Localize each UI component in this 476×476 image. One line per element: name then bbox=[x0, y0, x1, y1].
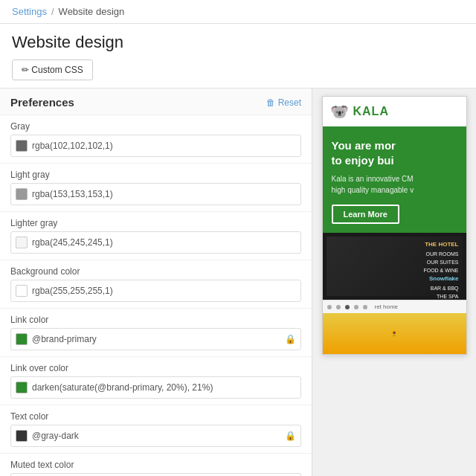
kala-logo-text: KALA bbox=[353, 105, 389, 118]
learn-more-button[interactable]: Learn More bbox=[332, 205, 399, 224]
hotel-line-2: OUR SUITES bbox=[423, 258, 458, 266]
preview-frame: 🐨 KALA You are morto enjoy bui Kala is a… bbox=[322, 96, 467, 355]
color-label-link: Link color bbox=[10, 315, 301, 325]
preferences-scroll[interactable]: Gray rgba(102,102,102,1) Light gray rgba… bbox=[0, 115, 312, 476]
color-input-background[interactable]: rgba(255,255,255,1) bbox=[10, 280, 301, 302]
sunflower-text: 🌻 bbox=[390, 330, 398, 337]
preferences-title: Preferences bbox=[10, 96, 74, 109]
nav-dot-2 bbox=[336, 305, 341, 309]
breadcrumb-current: Website design bbox=[59, 6, 125, 17]
kala-logo-icon: 🐨 bbox=[330, 103, 349, 120]
color-value-link-over: darken(saturate(@brand-primary, 20%), 21… bbox=[32, 382, 296, 393]
breadcrumb-settings-link[interactable]: Settings bbox=[12, 6, 47, 17]
color-value-text: @gray-dark bbox=[32, 431, 280, 441]
page-title-area: Website design ✏ Custom CSS bbox=[0, 24, 476, 89]
lock-icon-text: 🔒 bbox=[285, 431, 296, 441]
color-row-lighter-gray: Lighter gray rgba(245,245,245,1) bbox=[0, 212, 312, 260]
color-row-link: Link color @brand-primary 🔒 bbox=[0, 309, 312, 357]
color-swatch-gray bbox=[16, 140, 28, 152]
right-panel: 🐨 KALA You are morto enjoy bui Kala is a… bbox=[312, 89, 476, 476]
color-swatch-link-over bbox=[16, 382, 28, 393]
bar-bq-label: BAR & BBQ bbox=[423, 284, 458, 292]
snowflake-label: Snowflake bbox=[423, 274, 458, 284]
hero-banner: You are morto enjoy bui Kala is an innov… bbox=[323, 126, 466, 233]
main-content: Preferences 🗑 Reset Gray rgba(102,102,10… bbox=[0, 89, 476, 476]
custom-css-button[interactable]: ✏ Custom CSS bbox=[12, 60, 93, 80]
hotel-line-3: FOOD & WINE bbox=[423, 266, 458, 274]
hero-headline: You are morto enjoy bui bbox=[332, 138, 457, 167]
hotel-overlay: THE HOTEL OUR ROOMS OUR SUITES FOOD & WI… bbox=[423, 240, 458, 300]
nav-dot-5 bbox=[363, 305, 367, 309]
color-label-link-over: Link over color bbox=[10, 363, 301, 373]
preview-nav-bar: ret home bbox=[323, 300, 466, 313]
breadcrumb: Settings / Website design bbox=[0, 0, 476, 24]
color-swatch-lighter-gray bbox=[16, 237, 28, 248]
hotel-name-text: THE HOTEL bbox=[423, 240, 458, 250]
color-value-link: @brand-primary bbox=[32, 334, 280, 344]
left-panel: Preferences 🗑 Reset Gray rgba(102,102,10… bbox=[0, 89, 312, 476]
nav-dot-3 bbox=[345, 305, 350, 309]
color-label-text: Text color bbox=[10, 411, 301, 422]
color-input-lighter-gray[interactable]: rgba(245,245,245,1) bbox=[10, 231, 301, 254]
color-input-light-gray[interactable]: rgba(153,153,153,1) bbox=[10, 183, 301, 205]
color-input-gray[interactable]: rgba(102,102,102,1) bbox=[10, 135, 301, 157]
color-row-light-gray: Light gray rgba(153,153,153,1) bbox=[0, 164, 312, 212]
color-input-muted-text[interactable]: @gray-light 🔒 bbox=[10, 473, 301, 476]
color-value-background: rgba(255,255,255,1) bbox=[32, 286, 296, 296]
device-image: THE HOTEL OUR ROOMS OUR SUITES FOOD & WI… bbox=[327, 237, 463, 296]
sunflower-section: 🌻 bbox=[323, 313, 466, 354]
ret-home-label: ret home bbox=[375, 303, 399, 310]
preferences-header: Preferences 🗑 Reset bbox=[0, 89, 312, 115]
color-label-lighter-gray: Lighter gray bbox=[10, 218, 301, 228]
kala-header: 🐨 KALA bbox=[323, 97, 466, 126]
breadcrumb-separator: / bbox=[51, 6, 54, 17]
color-swatch-link bbox=[16, 333, 28, 345]
color-label-light-gray: Light gray bbox=[10, 170, 301, 180]
color-input-link-over[interactable]: darken(saturate(@brand-primary, 20%), 21… bbox=[10, 376, 301, 399]
color-row-background: Background color rgba(255,255,255,1) bbox=[0, 260, 312, 309]
color-input-text[interactable]: @gray-dark 🔒 bbox=[10, 425, 301, 447]
color-swatch-text bbox=[16, 430, 28, 442]
color-row-text: Text color @gray-dark 🔒 bbox=[0, 405, 312, 454]
hotel-line-1: OUR ROOMS bbox=[423, 250, 458, 258]
lock-icon-link: 🔒 bbox=[285, 334, 296, 344]
color-swatch-background bbox=[16, 285, 28, 297]
nav-dot-4 bbox=[354, 305, 358, 309]
color-row-muted-text: Muted text color @gray-light 🔒 bbox=[0, 454, 312, 476]
spa-label: THE SPA bbox=[423, 292, 458, 300]
color-label-background: Background color bbox=[10, 266, 301, 277]
hero-subtext: Kala is an innovative CMhigh quality man… bbox=[332, 173, 457, 196]
color-input-link[interactable]: @brand-primary 🔒 bbox=[10, 328, 301, 350]
page-title: Website design bbox=[12, 33, 464, 52]
page-container: Settings / Website design Website design… bbox=[0, 0, 476, 476]
color-label-muted-text: Muted text color bbox=[10, 460, 301, 470]
reset-button[interactable]: 🗑 Reset bbox=[266, 97, 301, 108]
color-swatch-light-gray bbox=[16, 188, 28, 200]
color-row-link-over: Link over color darken(saturate(@brand-p… bbox=[0, 357, 312, 405]
color-label-gray: Gray bbox=[10, 121, 301, 132]
color-row-gray: Gray rgba(102,102,102,1) bbox=[0, 115, 312, 164]
nav-dot-1 bbox=[327, 305, 332, 309]
color-value-gray: rgba(102,102,102,1) bbox=[32, 141, 296, 151]
color-value-light-gray: rgba(153,153,153,1) bbox=[32, 189, 296, 199]
color-value-lighter-gray: rgba(245,245,245,1) bbox=[32, 237, 296, 248]
device-showcase: THE HOTEL OUR ROOMS OUR SUITES FOOD & WI… bbox=[323, 233, 466, 300]
